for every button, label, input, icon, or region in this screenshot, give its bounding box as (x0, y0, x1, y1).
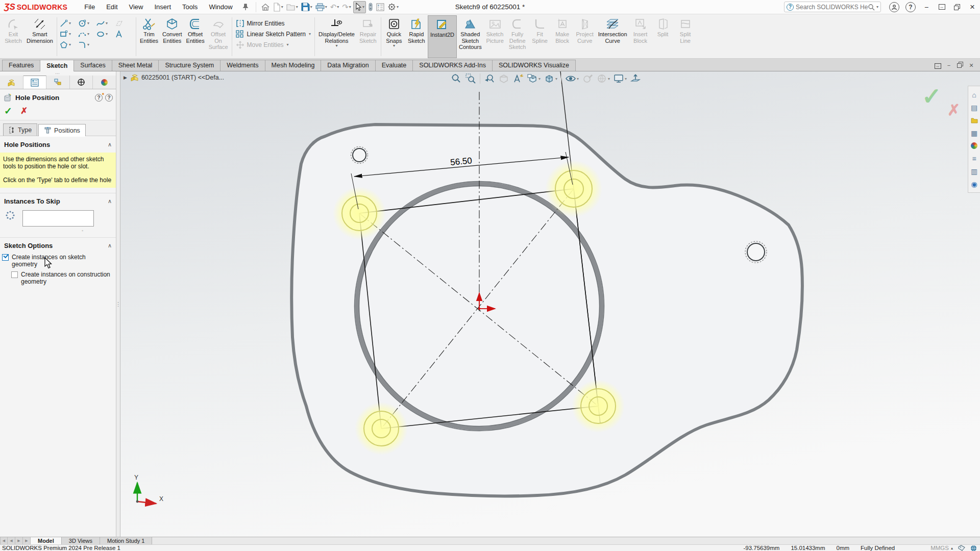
tab-solidworks-visualize[interactable]: SOLIDWORKS Visualize (492, 60, 576, 71)
configuration-manager-tab[interactable] (46, 76, 70, 89)
dropdown-icon[interactable]: ▾ (281, 5, 283, 9)
undo-button[interactable]: ↶ ▾ (329, 1, 340, 13)
menu-view[interactable]: View (124, 0, 149, 14)
feature-manager-tab[interactable] (0, 76, 23, 89)
section-hole-positions[interactable]: Hole Positions ∧ (0, 136, 116, 149)
dropdown-icon[interactable]: ▾ (325, 5, 327, 9)
previous-view-button[interactable] (482, 72, 497, 85)
shaded-sketch-contours-button[interactable]: Shaded Sketch Contours (457, 15, 484, 58)
tab-surfaces[interactable]: Surfaces (74, 60, 112, 71)
display-delete-relations-button[interactable]: Display/Delete Relations ▾ (316, 15, 357, 58)
cancel-button[interactable]: ✗ (20, 106, 28, 116)
open-button[interactable]: ▾ (285, 1, 299, 13)
units-caret-icon[interactable]: ▴ (951, 546, 953, 550)
collapse-chevron-icon[interactable]: ∧ (108, 141, 112, 148)
offset-entities-button[interactable]: Offset Entities (184, 15, 207, 58)
dropdown-icon[interactable]: ▾ (106, 32, 108, 36)
zoom-fit-button[interactable] (449, 72, 463, 85)
smart-dimension-button[interactable]: Smart Dimension (24, 15, 55, 58)
dropdown-icon[interactable]: ▾ (310, 5, 312, 9)
checkbox-construction-geometry[interactable]: Create instances on construction geometr… (0, 268, 116, 285)
motion-study-tab[interactable]: Motion Study 1 (100, 537, 152, 544)
view-orientation-button[interactable]: ▾ (525, 72, 542, 85)
search-icon[interactable] (868, 4, 875, 11)
panel-drag-handle[interactable]: ⋯ (0, 71, 116, 76)
collapse-chevron-icon[interactable]: ∧ (108, 242, 112, 249)
fillet-tool[interactable]: ▾ (78, 41, 96, 49)
3d-views-tab[interactable]: 3D Views (62, 537, 100, 544)
file-explorer-icon[interactable]: ▦ (968, 127, 980, 139)
trim-entities-button[interactable]: Trim Entities (138, 15, 160, 58)
forum-icon[interactable]: ▥ (968, 165, 980, 178)
resize-handle-icon[interactable]: ◦ (49, 228, 116, 233)
menu-edit[interactable]: Edit (101, 0, 123, 14)
type-tab[interactable]: Type (3, 123, 37, 136)
menu-insert[interactable]: Insert (149, 0, 177, 14)
select-button[interactable]: ▾ (353, 1, 366, 13)
pin-menu-icon[interactable] (242, 4, 249, 11)
display-style-button[interactable]: ▾ (542, 72, 559, 85)
linear-sketch-pattern-button[interactable]: Linear Sketch Pattern ▾ (236, 29, 311, 39)
doc-close-icon[interactable]: × (966, 61, 977, 69)
new-document-button[interactable]: ▾ (272, 1, 284, 13)
doc-restore-icon[interactable] (954, 62, 966, 69)
checkbox-sketch-geometry[interactable]: Create instances on sketch geometry (0, 251, 116, 268)
tab-sketch[interactable]: Sketch (40, 60, 74, 71)
view-settings-button[interactable]: ▾ (611, 72, 628, 85)
dropdown-icon[interactable]: ▾ (69, 42, 71, 47)
spline-tool[interactable]: ▾ (96, 19, 115, 28)
display-manager-tab[interactable] (93, 76, 116, 89)
minimize-button[interactable]: − (919, 1, 934, 14)
3dexperience-icon[interactable]: ◉ (968, 178, 980, 190)
dropdown-icon[interactable]: ▾ (106, 21, 108, 26)
dropdown-icon[interactable]: ▾ (538, 77, 541, 81)
dropdown-icon[interactable]: ▾ (349, 5, 351, 9)
document-breadcrumb[interactable]: ▶ 60225001 (START) <<Defa... (124, 73, 224, 81)
prev-tab-button[interactable]: ◀ (8, 537, 15, 544)
whats-new-help-icon[interactable]: ?* (95, 94, 103, 102)
instances-to-skip-input[interactable] (22, 210, 94, 227)
restore-button[interactable] (949, 1, 965, 14)
property-manager-tab[interactable] (23, 76, 47, 89)
panel-help-icon[interactable]: ? (105, 94, 113, 102)
confirmation-accept-icon[interactable]: ✓ (922, 83, 942, 110)
text-tool[interactable] (115, 30, 133, 38)
tag-icon[interactable] (958, 545, 965, 551)
checkbox-unchecked-icon[interactable] (11, 271, 18, 278)
dropdown-icon[interactable]: ▾ (296, 5, 298, 9)
design-library-icon[interactable] (968, 114, 980, 127)
ok-button[interactable]: ✓ (4, 105, 12, 117)
quick-snaps-button[interactable]: Quick Snaps ▾ (383, 15, 405, 58)
units-selector[interactable]: MMGS (930, 545, 949, 551)
dropdown-icon[interactable]: ▾ (393, 44, 395, 48)
hide-show-items-button[interactable]: ▾ (564, 72, 580, 85)
last-tab-button[interactable]: ▶ (23, 537, 31, 544)
options-button[interactable]: ▾ (386, 1, 400, 13)
home-button[interactable] (260, 1, 271, 13)
model-tab[interactable]: Model (31, 537, 62, 544)
dropdown-icon[interactable]: ▾ (397, 5, 399, 9)
status-globe-icon[interactable] (970, 545, 977, 551)
line-tool[interactable]: ▾ (60, 19, 78, 28)
tab-mesh-modeling[interactable]: Mesh Modeling (265, 60, 322, 71)
expand-tree-icon[interactable]: ▶ (124, 75, 127, 80)
mirror-entities-button[interactable]: Mirror Entities (236, 18, 311, 29)
convert-entities-button[interactable]: Convert Entities (160, 15, 184, 58)
3d-drawing-view-button[interactable] (628, 72, 643, 85)
tab-data-migration[interactable]: Data Migration (321, 60, 375, 71)
dropdown-icon[interactable]: ▾ (69, 32, 71, 36)
save-button[interactable]: ▾ (300, 1, 313, 13)
menu-window[interactable]: Window (203, 0, 238, 14)
dropdown-icon[interactable]: ▾ (87, 42, 89, 47)
section-instances-to-skip[interactable]: Instances To Skip ∧ (0, 193, 116, 206)
dropdown-icon[interactable]: ▾ (309, 32, 311, 36)
dropdown-icon[interactable]: ▾ (87, 21, 89, 26)
polygon-tool[interactable]: ▾ (60, 41, 78, 49)
checkbox-checked-icon[interactable] (2, 254, 9, 261)
positions-tab[interactable]: Positions (38, 124, 86, 136)
document-name[interactable]: 60225001 (START) <<Defa... (141, 74, 224, 81)
next-tab-button[interactable]: ▶ (15, 537, 23, 544)
zoom-area-button[interactable] (463, 72, 478, 85)
rapid-sketch-button[interactable]: Rapid Sketch (405, 15, 428, 58)
search-input[interactable] (796, 4, 868, 11)
